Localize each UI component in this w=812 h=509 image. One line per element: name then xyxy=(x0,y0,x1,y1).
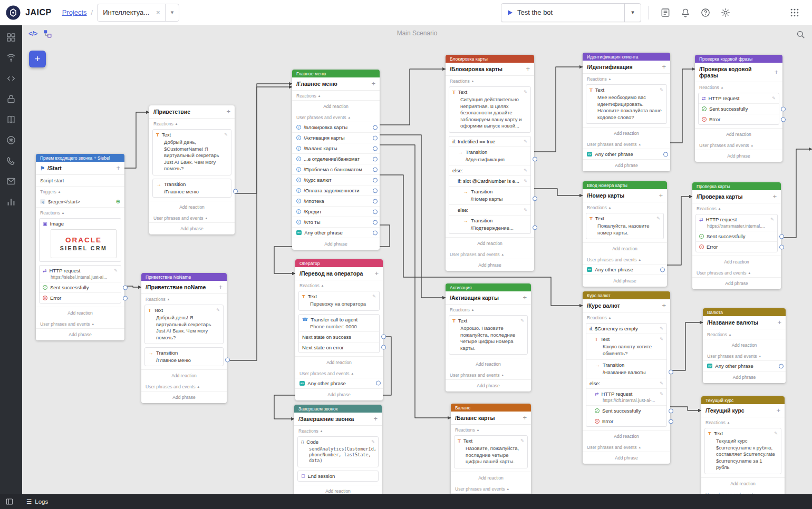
connection-port[interactable] xyxy=(123,296,128,300)
add-to-node-button[interactable]: + xyxy=(523,295,527,300)
trigger-row[interactable]: q$regex</start>⊕ xyxy=(36,196,124,208)
collapse-icon[interactable]: ▴ xyxy=(352,371,354,376)
connection-port[interactable] xyxy=(779,234,784,239)
collapse-icon[interactable]: ▴ xyxy=(502,252,504,257)
any-other-phrase-item[interactable]: evAny other phrase xyxy=(295,378,383,388)
scenario-node-greeting_noname[interactable]: Приветствие NoName/Приветствие noName+Re… xyxy=(141,273,227,403)
phrase-item[interactable]: i/Кто ты xyxy=(292,217,380,227)
connection-port[interactable] xyxy=(373,135,378,140)
connection-port[interactable] xyxy=(373,125,378,130)
reaction-next[interactable]: Next state on success xyxy=(299,331,379,342)
connection-port[interactable] xyxy=(779,364,784,368)
scenario-node-activation[interactable]: Активация/Активация карты+Reactions▴TTex… xyxy=(446,283,531,391)
connection-port[interactable] xyxy=(381,335,386,339)
collapse-icon[interactable]: ▴ xyxy=(321,429,323,433)
reaction-text[interactable]: TText✎Добрый день, $CustomerName! Я вирт… xyxy=(153,130,231,175)
add-reaction-button[interactable]: Add reaction xyxy=(295,356,383,368)
add-to-node-button[interactable]: + xyxy=(776,408,780,413)
edit-icon[interactable]: ✎ xyxy=(656,216,660,221)
sidebar-item-knowledge-base[interactable] xyxy=(4,113,18,126)
collapse-icon[interactable]: ▴ xyxy=(609,77,611,81)
phrase-item[interactable]: i/Блокировка карты xyxy=(292,122,380,132)
reaction-code[interactable]: {}Code✎sendAnalytics(CustomerId, phoneNu… xyxy=(298,437,378,467)
scenario-node-balance[interactable]: Баланс/Баланс карты+Reactions▴TText✎Назо… xyxy=(451,404,531,494)
collapse-icon[interactable]: ▴ xyxy=(751,143,753,148)
search-icon[interactable] xyxy=(796,30,806,42)
sidebar-item-security[interactable] xyxy=(4,92,18,106)
scenario-node-current_rate[interactable]: Текущий курс/Текущий курс+Reactions▴TTex… xyxy=(701,396,785,494)
add-to-node-button[interactable]: + xyxy=(226,109,230,114)
reaction-cond[interactable]: else:✎ xyxy=(449,165,530,175)
any-other-phrase-item[interactable]: evAny other phrase xyxy=(583,264,667,275)
reaction-transition[interactable]: →Transition/Номер карты xyxy=(449,186,530,204)
reaction-text[interactable]: TText✎Мне необходимо вас идентифицироват… xyxy=(586,85,666,123)
collapse-icon[interactable]: ▴ xyxy=(477,428,479,432)
test-options-dropdown[interactable]: ▾ xyxy=(624,4,641,22)
connection-port[interactable] xyxy=(781,106,786,111)
reaction-transition[interactable]: →Transition/Главное меню xyxy=(153,179,231,197)
add-to-node-button[interactable]: + xyxy=(371,81,375,86)
phrase-item[interactable]: i/Курс валют xyxy=(292,174,380,185)
connection-port[interactable] xyxy=(373,199,378,203)
add-reaction-button[interactable]: Add reaction xyxy=(446,358,531,370)
reaction-transfer[interactable]: ☎Transfer call to agentPhone number: 000… xyxy=(299,315,379,331)
add-phrase-button[interactable]: Add phrase xyxy=(583,159,670,171)
sidebar-item-channels[interactable] xyxy=(4,51,18,65)
reaction-http[interactable]: ⇄HTTP request✎https://siebel.intenal.jus… xyxy=(40,266,121,282)
collapse-icon[interactable]: ▴ xyxy=(609,205,611,210)
reaction-text[interactable]: TText✎Добрый день! Я виртуальный секрета… xyxy=(145,305,223,344)
add-state-button[interactable]: + xyxy=(29,51,46,67)
reaction-cond[interactable]: if: $Currency is empty✎ xyxy=(586,324,666,334)
connection-port[interactable] xyxy=(533,225,537,230)
collapse-icon[interactable]: ▴ xyxy=(92,322,94,326)
panel-toggle-icon[interactable] xyxy=(5,497,14,506)
reaction-text[interactable]: TText✎Перевожу на оператора xyxy=(299,291,379,310)
project-tab[interactable]: Интеллектуа... × ▾ xyxy=(97,4,179,22)
scenario-node-start[interactable]: Прием входящего звонка + Siebel⚑/Start+S… xyxy=(36,154,124,340)
reaction-ok[interactable]: ✓Sent successfully xyxy=(696,231,777,241)
add-reaction-button[interactable]: Add reaction xyxy=(446,237,534,249)
connection-port[interactable] xyxy=(373,188,378,193)
add-to-node-button[interactable]: + xyxy=(116,165,120,171)
sidebar-item-analytics[interactable] xyxy=(4,195,18,209)
add-to-node-button[interactable]: + xyxy=(659,193,663,198)
add-reaction-button[interactable]: Add reaction xyxy=(701,477,785,490)
reaction-cond[interactable]: if: Indetified == true✎ xyxy=(449,136,530,146)
connection-port[interactable] xyxy=(669,370,673,375)
any-other-phrase-item[interactable]: evAny other phrase xyxy=(292,227,380,238)
connection-port[interactable] xyxy=(669,408,673,413)
reports-icon[interactable] xyxy=(660,7,671,18)
collapse-icon[interactable]: ▴ xyxy=(322,283,324,288)
help-icon[interactable] xyxy=(700,7,711,18)
edit-icon[interactable]: ✎ xyxy=(216,308,220,312)
edit-icon[interactable]: ✎ xyxy=(372,294,376,299)
edit-icon[interactable]: ✎ xyxy=(524,139,527,144)
reaction-text[interactable]: TText✎Текущий курс $currency.name к рубл… xyxy=(705,428,781,474)
add-to-node-button[interactable]: + xyxy=(662,303,666,308)
add-to-node-button[interactable]: + xyxy=(218,285,223,290)
reaction-err[interactable]: ×Error xyxy=(586,416,666,426)
connection-port[interactable] xyxy=(233,189,238,193)
reaction-text[interactable]: TText✎Хорошо. Назовите пожалуйста, после… xyxy=(449,316,527,354)
any-other-phrase-item[interactable]: evAny other phrase xyxy=(703,360,786,371)
add-reaction-button[interactable]: Add reaction xyxy=(583,430,670,442)
scenario-node-identification[interactable]: Идентификация клиента/Идентификация+Reac… xyxy=(583,53,670,171)
scenario-node-greeting[interactable]: /Приветствие+Reactions▴TText✎Добрый день… xyxy=(149,105,235,234)
reaction-next[interactable]: Next state on error xyxy=(299,342,379,353)
phrase-item[interactable]: i/Проблема с банкоматом xyxy=(292,164,380,174)
edit-icon[interactable]: ✎ xyxy=(660,381,663,386)
reaction-http[interactable]: ⇄HTTP request✎https://cft.internal.just-… xyxy=(586,388,666,405)
scenario-node-currency[interactable]: Курс валют/Курс валют+Reactions▴if: $Cur… xyxy=(583,291,670,464)
add-phrase-button[interactable]: Add phrase xyxy=(583,275,667,287)
add-reaction-button[interactable]: Add reaction xyxy=(451,472,531,484)
settings-gear-icon[interactable] xyxy=(720,7,731,18)
add-phrase-button[interactable]: Add phrase xyxy=(149,222,235,234)
add-reaction-button[interactable]: Add reaction xyxy=(149,201,235,213)
add-reaction-button[interactable]: Add reaction xyxy=(692,256,781,268)
add-to-node-button[interactable]: + xyxy=(662,64,666,70)
reaction-cond[interactable]: else:✎ xyxy=(449,204,530,215)
connection-port[interactable] xyxy=(669,419,673,424)
any-other-phrase-item[interactable]: evAny other phrase xyxy=(583,149,670,159)
add-phrase-button[interactable]: Add phrase xyxy=(446,259,534,271)
scenario-node-currency_name[interactable]: Валюта/Название валюты+Reactions▴Add rea… xyxy=(703,308,786,383)
